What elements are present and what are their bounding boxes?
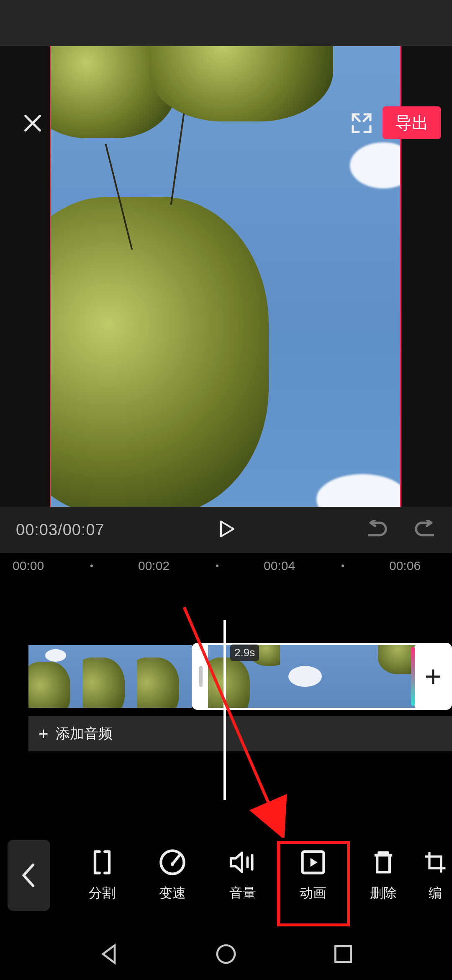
export-button[interactable]: 导出	[383, 106, 441, 139]
video-preview-area: 导出	[0, 46, 452, 507]
svg-rect-5	[335, 946, 351, 962]
tool-speed[interactable]: 变速	[137, 848, 208, 903]
timeline[interactable]: 2.9s + + 添加音频	[0, 578, 452, 846]
svg-point-4	[217, 945, 235, 963]
toolbar-back-button[interactable]	[8, 840, 50, 911]
ruler-mark: 00:02	[138, 559, 170, 573]
split-icon	[88, 848, 116, 877]
playhead[interactable]	[223, 620, 226, 800]
timeline-ruler[interactable]: 00:00 00:02 00:04 00:06	[0, 553, 452, 578]
tool-label: 音量	[229, 884, 256, 903]
ruler-mark: 00:00	[13, 559, 44, 573]
tool-label: 分割	[89, 884, 116, 903]
tool-edit[interactable]: 编	[419, 848, 452, 903]
ruler-mark: 00:04	[264, 559, 295, 573]
ruler-mark: 00:06	[389, 559, 421, 573]
clip-trim-handle-left[interactable]	[194, 645, 208, 708]
system-nav-bar	[0, 930, 452, 980]
delete-icon	[369, 848, 398, 877]
ruler-tick	[342, 565, 344, 567]
crop-icon	[424, 848, 447, 877]
fullscreen-icon	[350, 111, 373, 135]
tool-label: 删除	[370, 884, 397, 903]
volume-icon	[229, 848, 257, 877]
close-icon	[22, 112, 44, 134]
nav-recent-button[interactable]	[331, 942, 355, 967]
clip-duration-badge: 2.9s	[230, 645, 259, 661]
redo-icon	[413, 520, 438, 538]
fullscreen-button[interactable]	[347, 108, 377, 138]
tool-delete[interactable]: 删除	[348, 848, 419, 903]
clip-track: 2.9s	[28, 645, 452, 708]
play-button[interactable]	[216, 519, 236, 541]
video-clip-selected[interactable]: 2.9s	[192, 643, 426, 710]
tool-label: 编	[429, 884, 442, 903]
tool-split[interactable]: 分割	[67, 848, 137, 903]
tool-label: 变速	[159, 884, 186, 903]
redo-button[interactable]	[413, 520, 438, 540]
close-button[interactable]	[18, 109, 47, 137]
tool-volume[interactable]: 音量	[208, 848, 278, 903]
transport-bar: 00:03/00:07	[0, 507, 452, 553]
play-icon	[216, 519, 236, 539]
timecode: 00:03/00:07	[16, 521, 105, 539]
add-clip-button[interactable]: +	[414, 643, 452, 710]
undo-button[interactable]	[364, 520, 389, 540]
nav-back-button[interactable]	[97, 942, 121, 967]
video-clip-1[interactable]	[28, 645, 192, 708]
ruler-tick	[90, 565, 93, 567]
annotation-highlight	[277, 841, 350, 926]
ruler-tick	[216, 565, 218, 567]
edit-toolbar: 分割 变速 音量 动画 删除 编	[0, 829, 452, 921]
export-label: 导出	[395, 111, 429, 134]
add-audio-button[interactable]: + 添加音频	[28, 716, 452, 751]
chevron-left-icon	[21, 863, 37, 888]
status-bar	[0, 0, 452, 46]
undo-icon	[364, 520, 389, 538]
add-audio-label: 添加音频	[56, 724, 113, 743]
nav-home-button[interactable]	[214, 942, 238, 967]
plus-icon: +	[39, 725, 48, 743]
speed-icon	[158, 848, 187, 877]
plus-icon: +	[425, 660, 442, 693]
